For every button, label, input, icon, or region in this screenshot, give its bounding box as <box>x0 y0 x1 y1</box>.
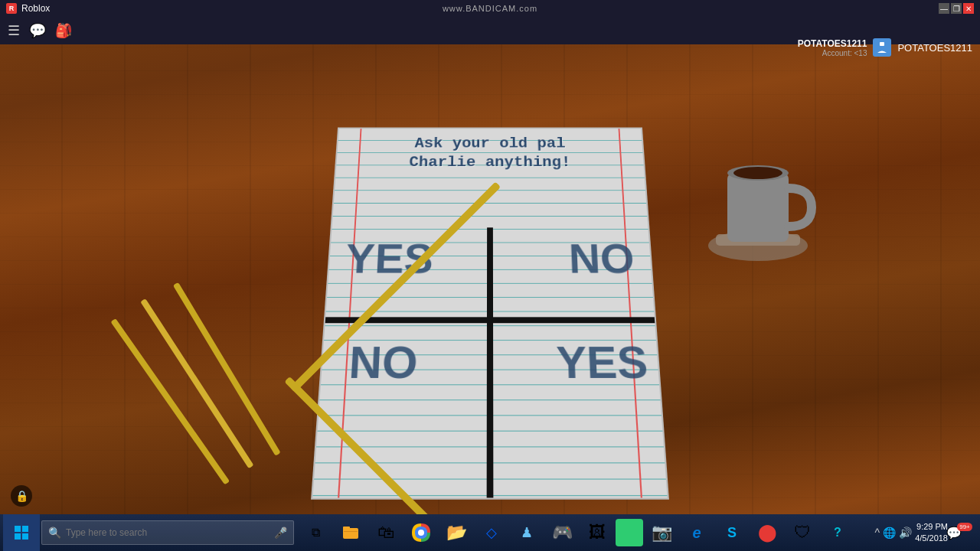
cross-vertical <box>487 227 494 497</box>
svg-rect-13 <box>15 533 21 540</box>
svg-rect-17 <box>344 531 358 532</box>
svg-point-10 <box>733 167 782 179</box>
notification-badge: 99+ <box>957 523 972 531</box>
label-no-bottom-left: NO <box>348 336 419 388</box>
label-no-top-right: NO <box>568 234 636 282</box>
lock-icon[interactable]: 🔒 <box>11 485 32 507</box>
label-yes-top-left: YES <box>345 234 434 282</box>
svg-rect-14 <box>22 533 28 540</box>
steam-button[interactable]: ♟ <box>510 516 544 549</box>
title-bar: R Roblox www.BANDICAM.com — ❐ ✕ <box>0 0 980 17</box>
svg-rect-0 <box>880 42 884 46</box>
board-title: Ask your old palCharlie anything! <box>336 135 644 172</box>
minimize-button[interactable]: — <box>939 3 949 14</box>
cross-horizontal <box>325 317 655 323</box>
svg-rect-12 <box>22 526 28 532</box>
account-info: Account: <13 <box>798 49 867 57</box>
inventory-icon[interactable]: 🎒 <box>55 22 72 39</box>
chat-icon[interactable]: 💬 <box>29 22 46 39</box>
maximize-button[interactable]: ❐ <box>951 3 962 14</box>
app12-button[interactable]: ⬤ <box>750 516 784 549</box>
start-button[interactable] <box>3 514 40 551</box>
charlie-board[interactable]: Ask your old palCharlie anything! YES NO… <box>311 128 669 500</box>
svg-rect-3 <box>173 282 281 456</box>
app-icon: R <box>6 3 17 14</box>
close-button[interactable]: ✕ <box>963 3 974 14</box>
watermark: www.BANDICAM.com <box>443 4 537 13</box>
network-icon[interactable]: 🌐 <box>883 527 896 539</box>
svg-rect-11 <box>15 526 21 532</box>
skype-button[interactable]: S <box>715 516 749 549</box>
help-button[interactable]: ? <box>821 516 854 549</box>
system-clock: 9:29 PM 4/5/2018 <box>915 521 948 545</box>
store-button[interactable]: 🛍 <box>369 516 403 549</box>
file-explorer-button[interactable] <box>334 516 368 549</box>
svg-point-9 <box>727 165 789 181</box>
volume-icon[interactable]: 🔊 <box>899 527 912 539</box>
dropbox-button[interactable]: ◇ <box>475 516 508 549</box>
window-controls: — ❐ ✕ <box>939 3 974 14</box>
game-area: Ask your old palCharlie anything! YES NO… <box>0 44 980 514</box>
username: POTATOES1211 <box>798 38 867 49</box>
task-view-button[interactable]: ⧉ <box>299 516 332 549</box>
instagram-button[interactable]: 📷 <box>645 516 678 549</box>
clock-time: 9:29 PM <box>915 521 948 533</box>
app9-button[interactable] <box>616 519 643 546</box>
board-paper: Ask your old palCharlie anything! YES NO… <box>311 128 669 500</box>
user-info: POTATOES1211 Account: <13 POTATOES1211 <box>798 34 972 61</box>
pencils-left <box>110 282 280 485</box>
svg-rect-16 <box>343 527 350 530</box>
search-icon: 🔍 <box>48 527 61 539</box>
svg-rect-1 <box>110 318 230 485</box>
taskbar: 🔍 🎤 ⧉ 🛍 📂 ◇ ♟ 🎮 🖼 <box>0 514 980 551</box>
svg-rect-8 <box>727 173 789 242</box>
svg-point-19 <box>418 530 424 536</box>
coffee-mug <box>708 165 812 261</box>
folder-button[interactable]: 📂 <box>439 516 473 549</box>
chevron-icon[interactable]: ^ <box>875 527 880 539</box>
label-yes-bottom-right: YES <box>556 336 650 388</box>
svg-point-6 <box>708 230 808 261</box>
microphone-icon[interactable]: 🎤 <box>274 527 287 539</box>
notification-button[interactable]: 💬99+ <box>951 522 972 543</box>
search-input[interactable] <box>66 527 250 538</box>
taskbar-apps: ⧉ 🛍 📂 ◇ ♟ 🎮 🖼 📷 e S ⬤ 🛡 <box>299 516 854 549</box>
svg-rect-7 <box>716 234 800 246</box>
svg-rect-15 <box>343 528 358 539</box>
clock-date: 4/5/2018 <box>915 533 948 544</box>
edge-button[interactable]: e <box>680 516 714 549</box>
chrome-button[interactable] <box>404 516 438 549</box>
app-title: Roblox <box>21 3 50 14</box>
search-bar[interactable]: 🔍 🎤 <box>41 520 294 545</box>
svg-rect-2 <box>140 298 253 468</box>
roblox-navbar: ☰ 💬 🎒 POTATOES1211 Account: <13 POTATOES… <box>0 17 980 44</box>
avatar <box>873 38 891 57</box>
game-button[interactable]: 🎮 <box>545 516 579 549</box>
mcafee-button[interactable]: 🛡 <box>786 516 819 549</box>
username-display: POTATOES1211 <box>897 42 972 54</box>
system-tray: ^ 🌐 🔊 9:29 PM 4/5/2018 💬99+ <box>875 521 977 545</box>
photos-button[interactable]: 🖼 <box>580 516 614 549</box>
menu-icon[interactable]: ☰ <box>8 22 20 39</box>
